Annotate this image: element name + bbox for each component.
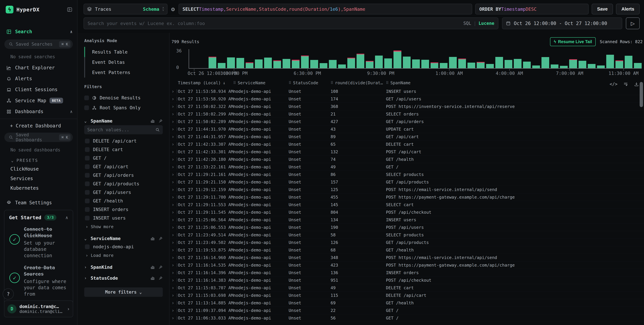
sidebar-collapse-icon[interactable] bbox=[67, 7, 72, 13]
column-header-duration[interactable]: ⠿ round(divide(Durat… bbox=[330, 80, 386, 85]
filter-value-row[interactable]: GET /api/orders bbox=[84, 171, 163, 179]
event-search-input[interactable]: Search your events w/ Lucene ex. column:… bbox=[84, 18, 498, 29]
column-header-timestamp[interactable]: Timestamp (Local) ↓ bbox=[178, 80, 233, 85]
table-row[interactable]: › Oct 27 11:53:58.920 AM nodejs-demo-api… bbox=[170, 95, 644, 103]
filter-value-row[interactable]: nodejs-demo-api bbox=[84, 242, 163, 251]
table-row[interactable]: › Oct 27 11:15:03.707 AM nodejs-demo-api… bbox=[170, 284, 644, 291]
row-expand-icon[interactable]: › bbox=[172, 134, 174, 140]
checkbox[interactable] bbox=[85, 147, 90, 152]
row-expand-icon[interactable]: › bbox=[172, 308, 174, 313]
filter-value-row[interactable]: GET /api/cart bbox=[84, 162, 163, 171]
table-row[interactable]: › Oct 27 11:53:58.934 AM nodejs-demo-api… bbox=[170, 88, 644, 95]
chart-filter-icon[interactable] bbox=[150, 119, 155, 123]
user-profile-card[interactable]: D dominic.tran@c… dominic.tran@cli… › bbox=[4, 300, 73, 317]
row-expand-icon[interactable]: › bbox=[172, 187, 174, 192]
table-row[interactable]: › Oct 27 11:29:21.150 AM nodejs-demo-api… bbox=[170, 178, 644, 186]
table-row[interactable]: › Oct 27 11:06:33.033 AM nodejs-demo-api… bbox=[170, 314, 644, 322]
get-started-item[interactable]: ✓ Connect to ClickHouse Set up your data… bbox=[9, 226, 68, 259]
table-row[interactable]: › Oct 27 11:25:06.564 AM nodejs-demo-api… bbox=[170, 216, 644, 224]
table-row[interactable]: › Oct 27 11:44:31.957 AM nodejs-demo-api… bbox=[170, 133, 644, 141]
help-button[interactable]: ? bbox=[3, 288, 14, 299]
mode-results-table[interactable]: Results Table bbox=[84, 47, 163, 57]
table-row[interactable]: › Oct 27 11:44:31.970 AM nodejs-demo-api… bbox=[170, 125, 644, 133]
date-range-picker[interactable]: Oct 26 12:00:00 - Oct 27 12:00:00 bbox=[502, 18, 622, 29]
preset-item[interactable]: Kubernetes bbox=[0, 183, 77, 193]
table-row[interactable]: › Oct 27 11:16:14.960 AM nodejs-demo-api… bbox=[170, 254, 644, 261]
checkbox[interactable] bbox=[85, 216, 90, 220]
sidebar-item-team-settings[interactable]: Team Settings bbox=[0, 197, 77, 208]
preset-item[interactable]: Services bbox=[0, 174, 77, 183]
filter-value-row[interactable]: GET /api/products bbox=[84, 179, 163, 188]
sidebar-item-alerts[interactable]: Alerts bbox=[0, 73, 77, 84]
sidebar-item-client-sessions[interactable]: Client Sessions bbox=[0, 84, 77, 95]
lucene-mode-toggle[interactable]: Lucene bbox=[478, 21, 494, 26]
table-row[interactable]: › Oct 27 11:19:53.875 AM nodejs-demo-api… bbox=[170, 246, 644, 254]
table-row[interactable]: › Oct 27 11:42:33.301 AM nodejs-demo-api… bbox=[170, 148, 644, 156]
filter-value-row[interactable]: GET / bbox=[84, 154, 163, 162]
row-expand-icon[interactable]: › bbox=[172, 277, 174, 283]
table-row[interactable]: › Oct 27 11:29:11.553 AM nodejs-demo-api… bbox=[170, 201, 644, 208]
create-dashboard-button[interactable]: + Create Dashboard bbox=[0, 119, 77, 130]
table-row[interactable]: › Oct 27 11:50:02.299 AM nodejs-demo-api… bbox=[170, 110, 644, 118]
wrap-lines-icon[interactable] bbox=[623, 82, 628, 87]
sidebar-item-chart-explorer[interactable]: Chart Explorer bbox=[0, 62, 77, 73]
checkbox[interactable] bbox=[85, 156, 90, 160]
table-row[interactable]: › Oct 27 11:42:20.180 AM nodejs-demo-api… bbox=[170, 156, 644, 163]
filter-value-row[interactable]: INSERT users bbox=[84, 214, 163, 222]
filter-value-row[interactable]: DELETE cart bbox=[84, 145, 163, 154]
row-expand-icon[interactable]: › bbox=[172, 157, 174, 162]
row-expand-icon[interactable]: › bbox=[172, 247, 174, 253]
pin-icon[interactable] bbox=[158, 236, 163, 241]
row-expand-icon[interactable]: › bbox=[172, 225, 174, 230]
saved-searches-input[interactable]: Saved Searches ⌘ K bbox=[4, 40, 73, 49]
row-expand-icon[interactable]: › bbox=[172, 315, 174, 321]
sidebar-item-dashboards[interactable]: Dashboards ∧ bbox=[0, 106, 77, 117]
chart-filter-icon[interactable] bbox=[150, 236, 155, 241]
row-expand-icon[interactable]: › bbox=[172, 255, 174, 260]
row-expand-icon[interactable]: › bbox=[172, 285, 174, 290]
checkbox[interactable] bbox=[85, 164, 90, 169]
sql-mode-toggle[interactable]: SQL bbox=[463, 21, 471, 26]
chevron-up-icon[interactable]: ∧ bbox=[70, 109, 72, 114]
denoise-results-toggle[interactable]: Denoise Results bbox=[84, 93, 163, 103]
table-row[interactable]: › Oct 27 11:16:14.535 AM nodejs-demo-api… bbox=[170, 261, 644, 269]
chevron-up-icon[interactable]: ∧ bbox=[70, 29, 72, 34]
vertical-scrollbar-thumb[interactable] bbox=[640, 82, 643, 107]
row-expand-icon[interactable]: › bbox=[172, 179, 174, 185]
table-row[interactable]: › Oct 27 11:23:49.514 AM nodejs-demo-api… bbox=[170, 231, 644, 239]
source-select[interactable]: Traces Schema ˄˅ bbox=[84, 4, 168, 15]
row-expand-icon[interactable]: › bbox=[172, 96, 174, 102]
servicename-load-more[interactable]: › Load more bbox=[84, 251, 163, 259]
table-row[interactable]: › Oct 27 11:15:03.698 AM nodejs-demo-api… bbox=[170, 291, 644, 299]
row-expand-icon[interactable]: › bbox=[172, 89, 174, 94]
table-row[interactable]: › Oct 27 11:13:14.885 AM nodejs-demo-api… bbox=[170, 299, 644, 307]
sort-desc-icon[interactable]: ↓ bbox=[223, 80, 225, 85]
drag-handle-icon[interactable]: ⠿ bbox=[330, 81, 333, 85]
row-expand-icon[interactable]: › bbox=[172, 300, 174, 306]
table-row[interactable]: › Oct 27 11:16:14.383 AM nodejs-demo-api… bbox=[170, 276, 644, 284]
row-expand-icon[interactable]: › bbox=[172, 104, 174, 109]
table-row[interactable]: › Oct 27 11:16:14.396 AM nodejs-demo-api… bbox=[170, 269, 644, 276]
mode-event-deltas[interactable]: Event Deltas bbox=[84, 57, 163, 67]
table-row[interactable]: › Oct 27 11:29:11.545 AM nodejs-demo-api… bbox=[170, 208, 644, 216]
row-expand-icon[interactable]: › bbox=[172, 111, 174, 117]
resume-live-tail-button[interactable]: ϟ Resume Live Tail bbox=[550, 37, 596, 46]
checkbox[interactable] bbox=[85, 181, 90, 186]
spanname-search-input[interactable]: Search values... bbox=[84, 125, 163, 134]
pin-icon[interactable] bbox=[158, 119, 163, 123]
row-expand-icon[interactable]: › bbox=[172, 293, 174, 298]
row-expand-icon[interactable]: › bbox=[172, 217, 174, 223]
source-settings-gear-icon[interactable]: ⚙ bbox=[171, 6, 175, 13]
filter-value-row[interactable]: GET /api/users bbox=[84, 188, 163, 197]
row-expand-icon[interactable]: › bbox=[172, 232, 174, 238]
table-row[interactable]: › Oct 27 11:33:22.161 AM nodejs-demo-api… bbox=[170, 163, 644, 171]
chevron-up-icon[interactable]: ∧ bbox=[66, 215, 68, 220]
drag-handle-icon[interactable]: ⠿ bbox=[233, 81, 236, 85]
checkbox[interactable] bbox=[85, 190, 90, 195]
more-filters-button[interactable]: More filters ⌄ bbox=[84, 287, 163, 297]
code-view-icon[interactable]: </> bbox=[610, 82, 618, 87]
sidebar-item-search[interactable]: Search ∧ bbox=[0, 26, 77, 37]
checkbox[interactable] bbox=[85, 207, 90, 212]
download-icon[interactable] bbox=[634, 82, 639, 87]
get-started-item[interactable]: ✓ Create Data Sources Configure where yo… bbox=[9, 264, 68, 297]
